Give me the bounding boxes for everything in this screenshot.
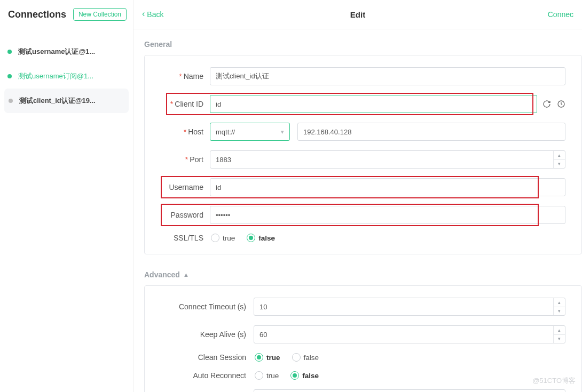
chevron-down-icon[interactable]: ▾ <box>554 160 565 169</box>
watermark: @51CTO博客 <box>532 376 576 386</box>
refresh-icon[interactable] <box>542 99 552 109</box>
auto-reconnect-true-radio[interactable]: true <box>255 371 279 380</box>
chevron-up-icon[interactable]: ▴ <box>554 326 565 335</box>
mqtt-version-select[interactable]: 3.1.1 ▾ <box>254 389 565 392</box>
clean-session-false-radio[interactable]: false <box>292 353 319 362</box>
history-icon[interactable] <box>556 99 565 109</box>
sidebar-title: Connections <box>8 9 66 20</box>
topbar: ‹ Back Edit Connec <box>133 0 582 29</box>
clean-session-radio-group: true false <box>254 353 319 362</box>
main-panel: ‹ Back Edit Connec General *Name 测试clien… <box>133 0 582 392</box>
label-clean-session: Clean Session <box>198 353 246 362</box>
ssl-false-radio[interactable]: false <box>247 234 275 242</box>
back-button[interactable]: ‹ Back <box>142 10 163 19</box>
label-keep-alive: Keep Alive (s) <box>200 330 246 339</box>
keep-alive-input[interactable]: 60 <box>254 325 565 343</box>
section-general-title: General <box>144 40 582 49</box>
ssl-true-radio[interactable]: true <box>211 234 235 242</box>
number-stepper[interactable]: ▴▾ <box>553 326 565 343</box>
number-stepper[interactable]: ▴▾ <box>553 298 565 315</box>
connection-list: 测试username认证@1... 测试username订阅@1... 测试cl… <box>0 39 133 113</box>
chevron-down-icon[interactable]: ▾ <box>554 307 565 316</box>
host-address-input[interactable]: 192.168.40.128 <box>297 123 565 141</box>
connection-label: 测试username认证@1... <box>18 47 95 57</box>
chevron-left-icon: ‹ <box>142 10 145 18</box>
chevron-up-icon[interactable]: ▴ <box>554 151 565 160</box>
label-port: Port <box>190 155 203 164</box>
host-scheme-select[interactable]: mqtt:// ▾ <box>210 123 290 141</box>
clean-session-true-radio[interactable]: true <box>255 353 280 362</box>
status-dot-icon <box>7 50 12 54</box>
sidebar: Connections New Collection 测试username认证@… <box>0 0 133 392</box>
number-stepper[interactable]: ▴▾ <box>553 151 565 168</box>
auto-reconnect-radio-group: true false <box>254 371 319 380</box>
chevron-up-icon[interactable]: ▴ <box>554 298 565 307</box>
name-input[interactable]: 测试client_id认证 <box>210 67 565 85</box>
status-dot-icon <box>9 99 13 103</box>
auto-reconnect-false-radio[interactable]: false <box>290 371 319 380</box>
chevron-down-icon: ▾ <box>281 129 284 135</box>
label-connect-timeout: Connect Timeout (s) <box>179 302 246 311</box>
content-area: General *Name 测试client_id认证 *Client ID i… <box>133 29 582 392</box>
connection-label: 测试client_id认证@19... <box>19 96 96 106</box>
username-input[interactable]: id <box>210 178 565 196</box>
status-dot-icon <box>7 74 12 78</box>
section-advanced-title[interactable]: Advanced ▲ <box>144 270 582 279</box>
label-username: Username <box>169 183 203 191</box>
label-name: Name <box>184 72 203 81</box>
general-panel: *Name 测试client_id认证 *Client ID id <box>144 55 582 254</box>
label-ssl: SSL/TLS <box>174 234 203 242</box>
back-label: Back <box>147 10 163 19</box>
connect-timeout-input[interactable]: 10 <box>254 298 565 316</box>
ssl-radio-group: true false <box>210 234 275 242</box>
password-input[interactable]: •••••• <box>210 206 565 224</box>
label-auto-reconnect: Auto Reconnect <box>193 371 246 380</box>
port-input[interactable]: 1883 <box>210 150 565 169</box>
connect-button[interactable]: Connec <box>548 10 573 19</box>
new-collection-button[interactable]: New Collection <box>73 8 127 21</box>
connection-item[interactable]: 测试client_id认证@19... <box>4 89 129 113</box>
client-id-input[interactable]: id <box>210 95 537 113</box>
connection-label: 测试username订阅@1... <box>18 71 93 81</box>
connection-item[interactable]: 测试username订阅@1... <box>0 64 133 89</box>
label-host: Host <box>188 127 203 136</box>
label-password: Password <box>171 211 203 219</box>
page-title: Edit <box>350 10 365 19</box>
connection-item[interactable]: 测试username认证@1... <box>0 39 133 64</box>
label-client-id: Client ID <box>175 100 203 108</box>
advanced-panel: Connect Timeout (s) 10 ▴▾ Keep Alive (s)… <box>144 285 582 392</box>
caret-up-icon: ▲ <box>183 271 189 278</box>
chevron-down-icon[interactable]: ▾ <box>554 335 565 343</box>
